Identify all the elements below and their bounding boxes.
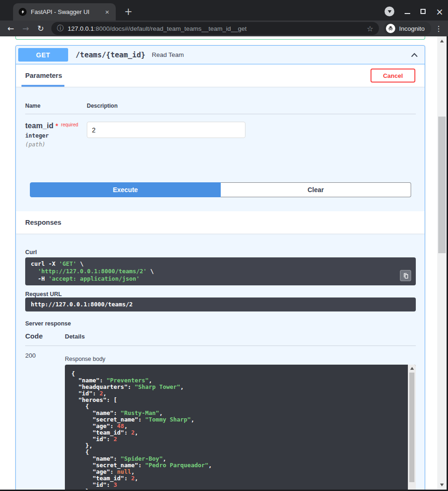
parameters-section-header: Parameters Cancel [16, 64, 425, 87]
status-code: 200 [25, 352, 65, 490]
reload-icon[interactable]: ↻ [35, 24, 47, 33]
request-url-label: Request URL [25, 291, 416, 297]
tab-search-icon[interactable] [385, 7, 394, 16]
request-url-value: http://127.0.0.1:8000/teams/2 [31, 301, 133, 308]
browser-toolbar: ← → ↻ ⓘ 127.0.0.1:8000/docs#/default/rea… [0, 21, 448, 36]
window-close-icon[interactable]: × [436, 8, 443, 15]
parameter-value-cell [87, 122, 245, 148]
request-url-block: http://127.0.0.1:8000/teams/2 [25, 297, 416, 311]
code-line: 'http://127.0.0.1:8000/teams/2' \ [31, 268, 410, 275]
execute-button[interactable]: Execute [30, 182, 221, 197]
code-line: { [71, 403, 402, 410]
clear-button[interactable]: Clear [221, 182, 411, 197]
column-header-details: Details [65, 333, 85, 340]
minimize-icon[interactable] [405, 13, 410, 14]
page-scroll-up-icon[interactable] [440, 40, 444, 42]
response-body-block[interactable]: { "name": "Preventers", "headquarters": … [65, 365, 416, 490]
method-badge: GET [18, 48, 68, 62]
new-tab-button[interactable]: + [122, 6, 134, 17]
url-host: 127.0.0.1 [68, 25, 94, 32]
response-scrollbar[interactable] [408, 365, 416, 490]
server-response-label: Server response [25, 320, 416, 327]
code-line: "name": "Rusty-Man", [71, 410, 402, 416]
cancel-button[interactable]: Cancel [371, 69, 415, 83]
copy-to-clipboard-icon[interactable] [400, 270, 411, 281]
address-bar[interactable]: ⓘ 127.0.0.1:8000/docs#/default/read_team… [51, 22, 379, 35]
code-line: "team_id": 2, [71, 429, 402, 436]
parameters-body: Name Description team_id * required inte… [16, 87, 425, 211]
curl-label: Curl [25, 249, 37, 256]
page-scroll-down-icon[interactable] [440, 484, 444, 486]
url-path: :8000/docs#/default/read_team_teams__tea… [94, 25, 246, 32]
site-info-icon[interactable]: ⓘ [57, 24, 63, 33]
code-line: curl -X 'GET' \ [31, 260, 410, 268]
maximize-icon[interactable] [420, 9, 426, 14]
code-line: "secret_name": "Tommy Sharp", [71, 416, 402, 423]
required-label: required [61, 122, 78, 127]
tab-title: FastAPI - Swagger UI [31, 8, 103, 15]
parameter-name: team_id [25, 122, 53, 130]
response-body-label: Response body [65, 356, 416, 362]
code-line: -H 'accept: application/json' [31, 275, 410, 283]
parameter-meta: team_id * required integer (path) [25, 122, 87, 148]
opblock-get-teams: GET /teams/{team_id} Read Team Parameter… [15, 45, 425, 490]
previous-opblock-edge[interactable] [15, 36, 425, 40]
curl-code-block: curl -X 'GET' \ 'http://127.0.0.1:8000/t… [25, 257, 416, 285]
team-id-input[interactable] [87, 122, 245, 138]
page-scrollbar[interactable] [437, 36, 447, 490]
code-line: }, [71, 443, 402, 449]
code-line: "name": "Preventers", [71, 377, 402, 384]
swagger-page: GET /teams/{team_id} Read Team Parameter… [0, 36, 447, 490]
code-line: "secret_name": "Pedro Parqueador", [71, 462, 402, 469]
response-row: 200 Response body { "name": "Preventers"… [25, 352, 416, 490]
required-star: * [56, 122, 58, 130]
column-header-code: Code [25, 332, 65, 340]
incognito-icon [386, 24, 395, 33]
execute-row: Execute Clear [30, 182, 411, 197]
fastapi-logo-icon [19, 8, 27, 16]
code-line: "heroes": [ [71, 397, 402, 403]
parameter-row: team_id * required integer (path) [25, 122, 416, 148]
parameter-type: integer [25, 132, 87, 139]
incognito-label: Incognito [399, 25, 425, 32]
browser-menu-icon[interactable]: ⋮ [434, 24, 443, 33]
tab-close-icon[interactable]: × [103, 7, 111, 16]
forward-icon[interactable]: → [20, 24, 32, 33]
code-line: "id": 2, [71, 390, 402, 397]
code-line: "age": 48, [71, 423, 402, 429]
parameters-table-header: Name Description [25, 87, 416, 114]
scroll-up-arrow-icon[interactable] [410, 367, 414, 370]
url-text: 127.0.0.1:8000/docs#/default/read_team_t… [68, 25, 363, 32]
bookmark-star-icon[interactable]: ☆ [367, 24, 373, 33]
responses-section-header: Responses [16, 211, 425, 234]
column-header-name: Name [25, 103, 87, 109]
endpoint-summary: Read Team [152, 51, 184, 58]
code-line: }, [71, 488, 402, 490]
browser-tab[interactable]: FastAPI - Swagger UI × [13, 3, 116, 21]
page-scrollbar-thumb[interactable] [438, 117, 446, 253]
response-scrollbar-thumb[interactable] [409, 373, 414, 482]
code-line: "headquarters": "Sharp Tower", [71, 384, 402, 390]
active-tab-underline [21, 85, 64, 87]
response-table-header: Code Details [25, 332, 416, 346]
responses-body: Curl curl -X 'GET' \ 'http://127.0.0.1:8… [16, 234, 425, 490]
responses-title: Responses [25, 219, 61, 226]
code-line: "name": "Spider-Boy", [71, 456, 402, 462]
endpoint-path: /teams/{team_id} [76, 51, 145, 59]
code-line: "id": 3 [71, 482, 402, 488]
window-controls: × [385, 7, 443, 16]
chevron-up-icon[interactable] [410, 50, 419, 60]
opblock-header[interactable]: GET /teams/{team_id} Read Team [16, 46, 425, 64]
code-line: "team_id": 2, [71, 475, 402, 482]
parameter-location: (path) [25, 141, 87, 148]
incognito-badge: Incognito [384, 22, 431, 35]
browser-tab-bar: FastAPI - Swagger UI × + × [0, 0, 448, 21]
code-line: { [71, 449, 402, 456]
code-line: "age": null, [71, 469, 402, 475]
code-line: { [71, 371, 402, 377]
response-details-cell: Response body { "name": "Preventers", "h… [65, 352, 416, 490]
back-icon[interactable]: ← [5, 24, 17, 33]
column-header-description: Description [87, 103, 118, 109]
code-line: "id": 2 [71, 436, 402, 443]
tab-parameters[interactable]: Parameters [25, 72, 62, 79]
